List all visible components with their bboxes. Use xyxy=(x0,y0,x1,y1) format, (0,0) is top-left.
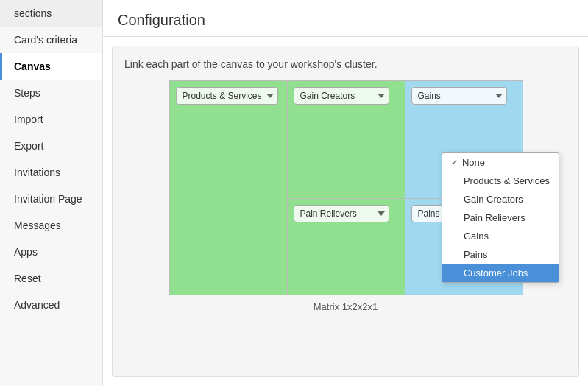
cell-pain-relievers: Pain Relievers xyxy=(288,199,405,295)
sidebar-item-messages[interactable]: Messages xyxy=(0,212,102,239)
sidebar-item-invitations[interactable]: Invitations xyxy=(0,159,102,186)
canvas-area: Products & Services Gain Creators Gains xyxy=(124,80,567,365)
sidebar-item-advanced[interactable]: Advanced xyxy=(0,292,102,318)
sidebar-item-export[interactable]: Export xyxy=(0,133,102,159)
sidebar-item-canvas[interactable]: Canvas xyxy=(0,53,102,80)
sidebar-item-reset[interactable]: Reset xyxy=(0,265,102,292)
sidebar-item-invitation-page[interactable]: Invitation Page xyxy=(0,186,102,212)
page-title: Configuration xyxy=(118,12,573,29)
dropdown-option-products[interactable]: Products & Services xyxy=(442,172,559,190)
sidebar-item-import[interactable]: Import xyxy=(0,106,102,133)
sidebar: sections Card's criteria Canvas Steps Im… xyxy=(0,0,103,386)
page-header: Configuration xyxy=(103,0,588,37)
select-pain-relievers[interactable]: Pain Relievers xyxy=(294,205,389,222)
dropdown-option-pain-relievers[interactable]: Pain Relievers xyxy=(442,208,559,227)
config-panel: Link each part of the canvas to your wor… xyxy=(112,46,579,377)
dropdown-option-none[interactable]: None xyxy=(442,153,559,172)
dropdown-option-customer-jobs[interactable]: Customer Jobs xyxy=(442,264,559,282)
dropdown-option-pains[interactable]: Pains xyxy=(442,245,559,264)
cell-products-services: Products & Services xyxy=(170,81,288,295)
sidebar-item-sections[interactable]: sections xyxy=(0,0,102,27)
dropdown-option-gains[interactable]: Gains xyxy=(442,227,559,245)
select-products-services[interactable]: Products & Services xyxy=(176,87,278,105)
sidebar-item-steps[interactable]: Steps xyxy=(0,80,102,106)
sidebar-item-cards-criteria[interactable]: Card's criteria xyxy=(0,27,102,53)
matrix-label: Matrix 1x2x2x1 xyxy=(314,301,378,312)
cell-gain-creators: Gain Creators xyxy=(288,81,405,199)
instruction-text: Link each part of the canvas to your wor… xyxy=(124,58,567,70)
select-gain-creators[interactable]: Gain Creators xyxy=(294,87,389,105)
main-content: Configuration Link each part of the canv… xyxy=(103,0,588,386)
select-gains[interactable]: Gains xyxy=(411,87,507,105)
dropdown-option-gain-creators[interactable]: Gain Creators xyxy=(442,190,559,208)
gains-dropdown[interactable]: None Products & Services Gain Creators P… xyxy=(442,152,559,283)
sidebar-item-apps[interactable]: Apps xyxy=(0,239,102,265)
